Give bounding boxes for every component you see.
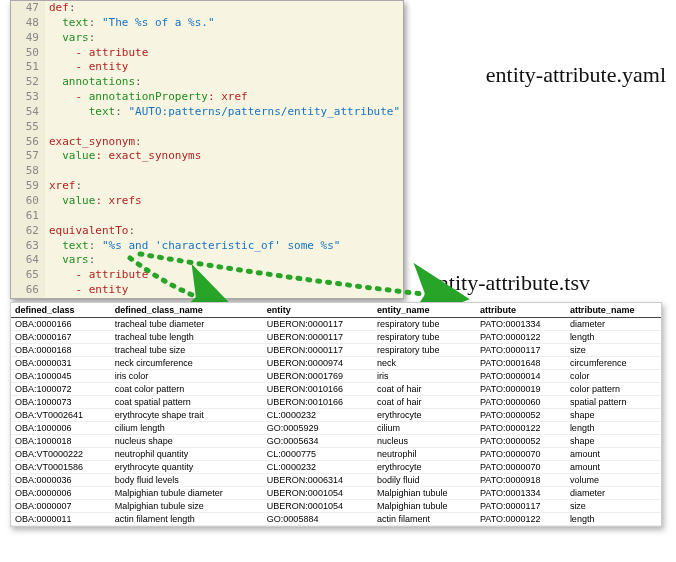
- table-row: OBA:0000007Malpighian tubule sizeUBERON:…: [11, 500, 661, 513]
- table-cell: respiratory tube: [373, 318, 476, 331]
- table-cell: Malpighian tubule diameter: [111, 487, 263, 500]
- table-cell: PATO:0000122: [476, 331, 566, 344]
- code-content: text: "%s and 'characteristic_of' some %…: [45, 239, 340, 254]
- table-cell: PATO:0000117: [476, 344, 566, 357]
- code-line: 52 annotations:: [11, 75, 403, 90]
- table-row: OBA:1000006cilium lengthGO:0005929cilium…: [11, 422, 661, 435]
- table-cell: OBA:0000168: [11, 344, 111, 357]
- table-cell: OBA:VT0001586: [11, 461, 111, 474]
- code-line: 53 - annotationProperty: xref: [11, 90, 403, 105]
- code-content: value: exact_synonyms: [45, 149, 201, 164]
- code-content: text: "The %s of a %s.": [45, 16, 215, 31]
- table-cell: shape: [566, 409, 661, 422]
- line-number: 63: [11, 239, 45, 254]
- code-line: 50 - attribute: [11, 46, 403, 61]
- line-number: 52: [11, 75, 45, 90]
- table-row: OBA:0000031neck circumferenceUBERON:0000…: [11, 357, 661, 370]
- line-number: 49: [11, 31, 45, 46]
- table-cell: PATO:0001334: [476, 318, 566, 331]
- line-number: 51: [11, 60, 45, 75]
- table-cell: length: [566, 422, 661, 435]
- table-cell: UBERON:0010166: [263, 383, 373, 396]
- table-cell: PATO:0000122: [476, 422, 566, 435]
- line-number: 60: [11, 194, 45, 209]
- table-cell: PATO:0000122: [476, 513, 566, 526]
- table-cell: UBERON:0000974: [263, 357, 373, 370]
- table-cell: OBA:1000045: [11, 370, 111, 383]
- table-cell: Malpighian tubule: [373, 500, 476, 513]
- table-cell: spatial pattern: [566, 396, 661, 409]
- table-cell: erythrocyte quantity: [111, 461, 263, 474]
- table-cell: iris: [373, 370, 476, 383]
- table-row: OBA:0000011actin filament lengthGO:00058…: [11, 513, 661, 526]
- code-content: - attribute: [45, 268, 148, 283]
- code-line: 66 - entity: [11, 283, 403, 298]
- table-cell: volume: [566, 474, 661, 487]
- table-cell: GO:0005884: [263, 513, 373, 526]
- line-number: 47: [11, 1, 45, 16]
- column-header: entity: [263, 303, 373, 318]
- line-number: 56: [11, 135, 45, 150]
- table-cell: UBERON:0010166: [263, 396, 373, 409]
- table-cell: UBERON:0000117: [263, 318, 373, 331]
- table-cell: OBA:0000167: [11, 331, 111, 344]
- table-cell: coat spatial pattern: [111, 396, 263, 409]
- line-number: 53: [11, 90, 45, 105]
- table-row: OBA:0000006Malpighian tubule diameterUBE…: [11, 487, 661, 500]
- code-line: 59xref:: [11, 179, 403, 194]
- table-cell: PATO:0001334: [476, 487, 566, 500]
- code-line: 58: [11, 164, 403, 179]
- table-cell: UBERON:0001054: [263, 487, 373, 500]
- tsv-filename-label: entity-attribute.tsv: [428, 270, 590, 296]
- code-content: value: xrefs: [45, 194, 142, 209]
- line-number: 55: [11, 120, 45, 135]
- line-number: 66: [11, 283, 45, 298]
- table-row: OBA:1000073coat spatial patternUBERON:00…: [11, 396, 661, 409]
- table-cell: body fluid levels: [111, 474, 263, 487]
- code-content: - entity: [45, 60, 128, 75]
- table-cell: PATO:0000052: [476, 409, 566, 422]
- table-row: OBA:0000166tracheal tube diameterUBERON:…: [11, 318, 661, 331]
- code-line: 63 text: "%s and 'characteristic_of' som…: [11, 239, 403, 254]
- line-number: 64: [11, 253, 45, 268]
- code-content: equivalentTo:: [45, 224, 135, 239]
- table-cell: PATO:0000019: [476, 383, 566, 396]
- code-content: [45, 120, 49, 135]
- code-line: 48 text: "The %s of a %s.": [11, 16, 403, 31]
- line-number: 50: [11, 46, 45, 61]
- table-cell: neutrophil quantity: [111, 448, 263, 461]
- code-line: 61: [11, 209, 403, 224]
- column-header: attribute: [476, 303, 566, 318]
- table-cell: amount: [566, 461, 661, 474]
- code-content: annotations:: [45, 75, 142, 90]
- table-cell: diameter: [566, 318, 661, 331]
- table-cell: Malpighian tubule: [373, 487, 476, 500]
- yaml-filename-label: entity-attribute.yaml: [486, 62, 666, 88]
- tsv-table: defined_classdefined_class_nameentityent…: [11, 303, 661, 526]
- table-cell: OBA:1000073: [11, 396, 111, 409]
- table-cell: PATO:0000052: [476, 435, 566, 448]
- code-line: 54 text: "AUTO:patterns/patterns/entity_…: [11, 105, 403, 120]
- table-cell: color pattern: [566, 383, 661, 396]
- table-cell: OBA:1000018: [11, 435, 111, 448]
- table-cell: OBA:1000072: [11, 383, 111, 396]
- table-cell: PATO:0000918: [476, 474, 566, 487]
- table-cell: erythrocyte: [373, 409, 476, 422]
- table-cell: tracheal tube size: [111, 344, 263, 357]
- line-number: 65: [11, 268, 45, 283]
- table-cell: neutrophil: [373, 448, 476, 461]
- tsv-table-container: defined_classdefined_class_nameentityent…: [10, 302, 662, 527]
- table-cell: CL:0000232: [263, 409, 373, 422]
- table-cell: tracheal tube diameter: [111, 318, 263, 331]
- table-cell: tracheal tube length: [111, 331, 263, 344]
- code-line: 64 vars:: [11, 253, 403, 268]
- code-line: 55: [11, 120, 403, 135]
- code-content: [45, 164, 49, 179]
- code-line: 62equivalentTo:: [11, 224, 403, 239]
- table-row: OBA:VT0000222neutrophil quantityCL:00007…: [11, 448, 661, 461]
- table-cell: OBA:0000036: [11, 474, 111, 487]
- table-cell: OBA:0000007: [11, 500, 111, 513]
- code-content: vars:: [45, 253, 95, 268]
- table-cell: PATO:0000117: [476, 500, 566, 513]
- table-cell: nucleus shape: [111, 435, 263, 448]
